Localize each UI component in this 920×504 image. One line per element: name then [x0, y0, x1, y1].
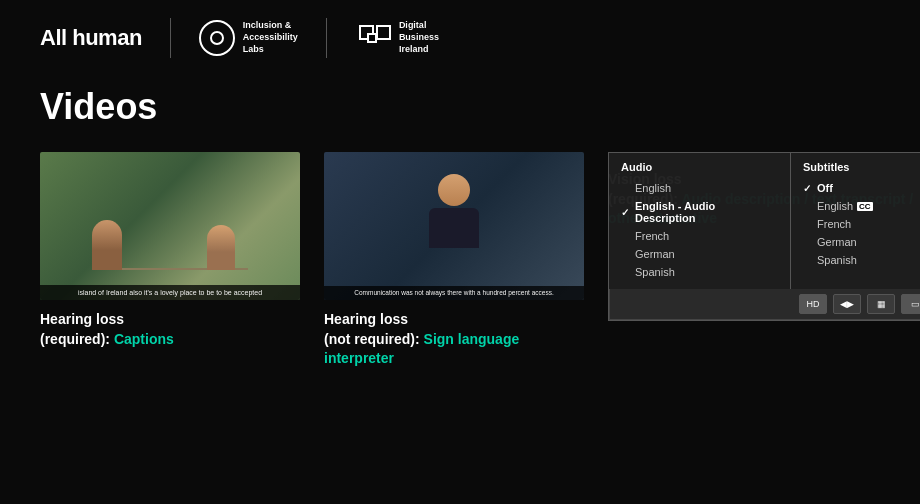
ctrl-cc-icon: ▭ — [911, 299, 920, 309]
video1-caption-bar: island of Ireland also it's a lovely pla… — [40, 285, 300, 300]
video1-label-highlight: Captions — [114, 331, 174, 347]
subtitle-off-label: Off — [817, 182, 833, 194]
dbi-logo-icon — [359, 22, 391, 54]
video2-caption-bar: Communication was not always there with … — [324, 286, 584, 300]
audio-english-ad-label: English - Audio Description — [635, 200, 778, 224]
videos-grid: island of Ireland also it's a lovely pla… — [40, 152, 880, 369]
audio-english-ad-check: ✓ — [621, 207, 631, 218]
site-header: All human Inclusion &AccessibilityLabs D… — [0, 0, 920, 76]
audio-option-german[interactable]: German — [621, 245, 778, 263]
video2-label: Hearing loss(not required): Sign languag… — [324, 310, 584, 369]
page-title: Videos — [40, 86, 880, 128]
speaker-body — [429, 208, 479, 248]
video-thumbnail-2[interactable]: Communication was not always there with … — [324, 152, 584, 300]
ctrl-pip-icon: ▦ — [877, 299, 886, 309]
inclusion-logo-inner — [210, 31, 224, 45]
video-card-3: Audio English ✓ English - Audio Descript… — [608, 152, 918, 229]
dbi-logo-text: DigitalBusinessIreland — [399, 20, 439, 55]
audio-english-label: English — [635, 182, 671, 194]
subtitle-option-off[interactable]: ✓ Off — [803, 179, 920, 197]
audio-option-spanish[interactable]: Spanish — [621, 263, 778, 281]
thumb2-speaker — [429, 174, 479, 248]
thumb1-person2 — [207, 225, 235, 270]
audio-option-french[interactable]: French — [621, 227, 778, 245]
video1-caption-text: island of Ireland also it's a lovely pla… — [78, 289, 262, 296]
ctrl-next-icon: ◀▶ — [840, 299, 854, 309]
subtitle-option-french[interactable]: French — [803, 215, 920, 233]
subtitle-option-german[interactable]: German — [803, 233, 920, 251]
ctrl-pip-button[interactable]: ▦ — [867, 294, 895, 314]
audio-column: Audio English ✓ English - Audio Descript… — [609, 153, 791, 289]
dropdown-header: Audio English ✓ English - Audio Descript… — [609, 153, 920, 289]
video-card-1: island of Ireland also it's a lovely pla… — [40, 152, 300, 349]
subtitle-off-check: ✓ — [803, 183, 813, 194]
video-card-2: Communication was not always there with … — [324, 152, 584, 369]
inclusion-logo-text: Inclusion &AccessibilityLabs — [243, 20, 298, 55]
subtitle-spanish-label: Spanish — [817, 254, 857, 266]
ctrl-hd-button[interactable]: HD — [799, 294, 827, 314]
main-content: Videos island of Ireland also it's a lov… — [0, 76, 920, 389]
brand-allhuman: All human — [40, 25, 142, 51]
svg-rect-2 — [368, 34, 376, 42]
logo-inclusion-accessibility: Inclusion &AccessibilityLabs — [199, 20, 298, 56]
thumb1-person1 — [92, 220, 122, 270]
header-divider-1 — [170, 18, 171, 58]
subtitle-english-label: English — [817, 200, 853, 212]
ctrl-cc-button[interactable]: ▭ — [901, 294, 920, 314]
audio-subtitles-dropdown[interactable]: Audio English ✓ English - Audio Descript… — [608, 152, 920, 321]
logo-digital-business-ireland: DigitalBusinessIreland — [359, 20, 439, 55]
subtitle-german-label: German — [817, 236, 857, 248]
audio-french-label: French — [635, 230, 669, 242]
audio-column-title: Audio — [621, 161, 778, 173]
audio-option-english-ad[interactable]: ✓ English - Audio Description — [621, 197, 778, 227]
subtitles-column-title: Subtitles — [803, 161, 920, 173]
subtitle-option-english[interactable]: English CC — [803, 197, 920, 215]
video-thumbnail-1[interactable]: island of Ireland also it's a lovely pla… — [40, 152, 300, 300]
audio-option-english[interactable]: English — [621, 179, 778, 197]
video1-label: Hearing loss(required): Captions — [40, 310, 300, 349]
cc-badge: CC — [857, 202, 873, 211]
subtitles-column: Subtitles ✓ Off English CC — [791, 153, 920, 289]
ctrl-hd-label: HD — [807, 299, 820, 309]
subtitle-french-label: French — [817, 218, 851, 230]
video2-caption-text: Communication was not always there with … — [354, 289, 553, 296]
thumb1-background — [40, 152, 300, 300]
svg-rect-1 — [377, 26, 390, 39]
inclusion-logo-icon — [199, 20, 235, 56]
header-divider-2 — [326, 18, 327, 58]
video2-label-highlight: Sign language interpreter — [324, 331, 519, 367]
audio-german-label: German — [635, 248, 675, 260]
audio-spanish-label: Spanish — [635, 266, 675, 278]
speaker-head — [438, 174, 470, 206]
ctrl-next-button[interactable]: ◀▶ — [833, 294, 861, 314]
subtitle-option-spanish[interactable]: Spanish — [803, 251, 920, 269]
player-controls-bar: HD ◀▶ ▦ ▭ ◿ — [609, 289, 920, 320]
